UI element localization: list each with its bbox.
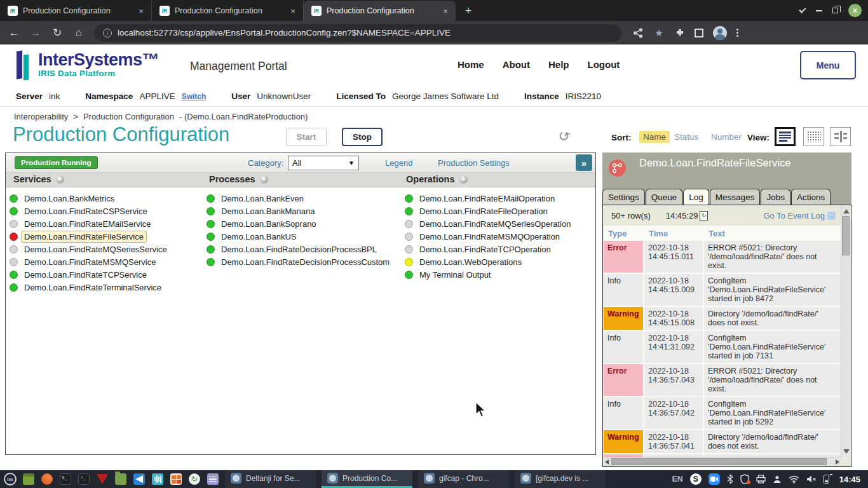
menu-button[interactable]: Menu bbox=[800, 51, 856, 79]
production-settings-link[interactable]: Production Settings bbox=[438, 158, 510, 168]
add-service-icon[interactable] bbox=[56, 175, 64, 184]
log-row[interactable]: Error 2022-10-1814:45:15.011 ERROR #5021… bbox=[604, 241, 841, 273]
keyboard-layout-indicator[interactable]: EN bbox=[672, 475, 682, 484]
operation-item[interactable]: Demo.Loan.FindRateMSMQOperation bbox=[405, 231, 574, 243]
service-label[interactable]: Demo.Loan.BankMetrics bbox=[21, 193, 118, 205]
operation-label[interactable]: Demo.Loan.FindRateEMailOperation bbox=[416, 193, 558, 205]
terminal-icon[interactable]: $_ bbox=[59, 473, 72, 485]
tab-search-chevron-icon[interactable] bbox=[799, 6, 806, 13]
service-item[interactable]: Demo.Loan.FindRateCSPService bbox=[10, 205, 170, 218]
add-operation-icon[interactable] bbox=[459, 175, 468, 184]
add-process-icon[interactable] bbox=[260, 175, 268, 184]
show-desktop-icon[interactable] bbox=[22, 473, 35, 485]
bluetooth-icon[interactable] bbox=[727, 474, 733, 484]
printer-icon[interactable] bbox=[756, 475, 766, 484]
service-label[interactable]: Demo.Loan.FindRateFileService bbox=[21, 231, 147, 243]
process-item[interactable]: Demo.Loan.BankUS bbox=[207, 231, 393, 243]
notes-icon[interactable] bbox=[207, 473, 219, 485]
bookmark-star-icon[interactable]: ★ bbox=[653, 27, 665, 39]
browser-menu-icon[interactable] bbox=[736, 29, 738, 37]
vscode-icon[interactable] bbox=[133, 473, 146, 485]
reload-button[interactable]: ↻ bbox=[51, 26, 64, 39]
log-row[interactable]: Info 2022-10-1814:41:31.092 ConfigItem '… bbox=[604, 331, 841, 363]
operation-item[interactable]: My Terminal Output bbox=[405, 269, 574, 281]
process-label[interactable]: Demo.Loan.BankUS bbox=[218, 231, 300, 243]
operation-item[interactable]: Demo.Loan.FindRateTCPOperation bbox=[405, 243, 574, 256]
stop-button[interactable]: Stop bbox=[342, 128, 383, 146]
service-item-selected[interactable]: Demo.Loan.FindRateFileService bbox=[10, 231, 170, 243]
operation-label[interactable]: Demo.Loan.FindRateTCPOperation bbox=[416, 243, 554, 255]
user-status-icon[interactable] bbox=[773, 475, 782, 484]
profile-avatar[interactable] bbox=[713, 26, 727, 40]
view-split-button[interactable] bbox=[830, 127, 851, 146]
breadcrumb-root-link[interactable]: Interoperability bbox=[14, 112, 68, 121]
service-item[interactable]: Demo.Loan.FindRateMSMQService bbox=[10, 256, 170, 269]
browser-tab-2[interactable]: IR Production Configuration bbox=[152, 1, 304, 21]
horizontal-scroll-thumb[interactable] bbox=[611, 458, 827, 465]
skype-icon[interactable] bbox=[690, 473, 702, 485]
media-app-icon[interactable] bbox=[151, 473, 164, 485]
taskbar-window-production-active[interactable]: Production Co... bbox=[322, 470, 412, 488]
sort-status-option[interactable]: Status bbox=[674, 132, 698, 142]
process-label[interactable]: Demo.Loan.BankSoprano bbox=[218, 218, 320, 230]
scroll-left-arrow[interactable] bbox=[605, 459, 609, 464]
tab-settings[interactable]: Settings bbox=[602, 189, 645, 205]
service-item[interactable]: Demo.Loan.BankMetrics bbox=[10, 193, 170, 205]
browser-tab-1[interactable]: IR Production Configuration bbox=[0, 1, 152, 21]
tab-close-icon[interactable] bbox=[288, 6, 298, 16]
process-item[interactable]: Demo.Loan.BankEven bbox=[207, 193, 393, 205]
minimize-button[interactable] bbox=[816, 10, 822, 11]
horizontal-scrollbar[interactable] bbox=[604, 457, 841, 466]
vertical-scrollbar[interactable] bbox=[841, 206, 850, 457]
site-info-icon[interactable] bbox=[103, 29, 112, 37]
operation-label[interactable]: Demo.Loan.FindRateMSMQOperation bbox=[416, 231, 563, 243]
expand-panel-button[interactable]: » bbox=[576, 154, 592, 171]
tab-jobs[interactable]: Jobs bbox=[761, 189, 790, 205]
restore-button[interactable] bbox=[832, 8, 838, 13]
service-label[interactable]: Demo.Loan.FindRateTerminalService bbox=[21, 281, 165, 294]
taskbar-window-gifcap-dev[interactable]: [gifcap.dev is ... bbox=[515, 470, 606, 488]
calculator-icon[interactable] bbox=[170, 473, 182, 485]
tab-close-icon[interactable] bbox=[440, 6, 451, 16]
process-label[interactable]: Demo.Loan.BankManana bbox=[218, 205, 318, 217]
address-bar[interactable]: localhost:52773/csp/applive/EnsPortal.Pr… bbox=[94, 24, 621, 42]
zoom-icon[interactable] bbox=[709, 473, 720, 485]
nav-help-link[interactable]: Help bbox=[548, 59, 569, 70]
operation-label[interactable]: Demo.Loan.FindRateFileOperation bbox=[416, 205, 551, 217]
browser-tab-3-active[interactable]: IR Production Configuration bbox=[304, 1, 456, 21]
log-row[interactable]: Warning 2022-10-1814:45:15.008 Directory… bbox=[604, 307, 841, 330]
terminal-alt-icon[interactable]: >_ bbox=[78, 473, 90, 485]
tab-log-active[interactable]: Log bbox=[683, 189, 709, 205]
scroll-right-arrow[interactable] bbox=[836, 459, 839, 464]
service-label[interactable]: Demo.Loan.FindRateEMailService bbox=[21, 218, 154, 230]
red-app-icon[interactable] bbox=[96, 473, 109, 485]
service-item[interactable]: Demo.Loan.FindRateTCPService bbox=[10, 269, 170, 281]
share-icon[interactable] bbox=[633, 28, 643, 38]
nav-about-link[interactable]: About bbox=[503, 59, 530, 70]
service-label[interactable]: Demo.Loan.FindRateTCPService bbox=[21, 269, 150, 281]
service-item[interactable]: Demo.Loan.FindRateMQSeriesService bbox=[10, 243, 170, 256]
new-tab-button[interactable] bbox=[459, 2, 477, 20]
operation-item[interactable]: Demo.Loan.FindRateFileOperation bbox=[405, 205, 574, 218]
security-shield-icon[interactable] bbox=[740, 474, 749, 484]
operation-label[interactable]: Demo.Loan.WebOperations bbox=[416, 256, 525, 268]
service-label[interactable]: Demo.Loan.FindRateMSMQService bbox=[21, 256, 159, 268]
operation-label[interactable]: My Terminal Output bbox=[416, 269, 494, 281]
scroll-up-arrow[interactable] bbox=[843, 209, 850, 214]
process-label[interactable]: Demo.Loan.BankEven bbox=[218, 193, 307, 205]
operation-item[interactable]: Demo.Loan.WebOperations bbox=[405, 256, 574, 269]
files-folder-icon[interactable] bbox=[114, 473, 127, 485]
tab-messages[interactable]: Messages bbox=[710, 189, 761, 205]
log-row[interactable]: Warning 2022-10-1814:36:57.041 Directory… bbox=[604, 430, 841, 453]
log-row[interactable]: Info 2022-10-1814:36:57.042 ConfigItem '… bbox=[604, 397, 841, 429]
legend-link[interactable]: Legend bbox=[385, 158, 412, 168]
process-item[interactable]: Demo.Loan.BankManana bbox=[207, 205, 393, 218]
home-button[interactable]: ⌂ bbox=[72, 27, 85, 39]
go-to-event-log-link[interactable]: Go To Event Log → bbox=[763, 211, 836, 220]
operation-label[interactable]: Demo.Loan.FindRateMQSeriesOperation bbox=[416, 218, 574, 230]
service-label[interactable]: Demo.Loan.FindRateMQSeriesService bbox=[21, 243, 170, 255]
side-panel-icon[interactable] bbox=[695, 29, 703, 37]
close-window-button[interactable] bbox=[848, 4, 862, 17]
start-button[interactable]: Start bbox=[286, 128, 327, 146]
tab-close-icon[interactable] bbox=[136, 6, 146, 16]
